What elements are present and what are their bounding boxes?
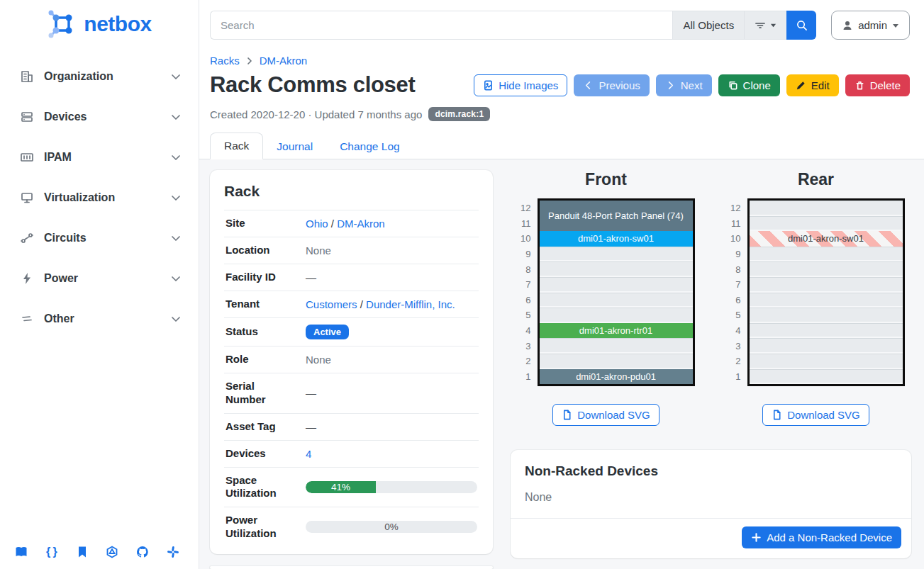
pencil-icon bbox=[796, 80, 806, 91]
unit-number: 5 bbox=[728, 308, 747, 323]
empty-rack-unit[interactable] bbox=[750, 323, 903, 339]
file-download-icon bbox=[772, 410, 782, 420]
site-row: Site Ohio / DM-Akron bbox=[224, 210, 479, 237]
unit-number: 1 bbox=[518, 369, 538, 385]
tenant-link[interactable]: Dunder-Mifflin, Inc. bbox=[366, 298, 455, 310]
netbox-logo-text: netbox bbox=[84, 12, 151, 36]
empty-rack-unit[interactable] bbox=[750, 354, 903, 369]
docs-icon[interactable] bbox=[14, 545, 28, 559]
previous-button[interactable]: Previous bbox=[574, 74, 649, 96]
sidebar-item-circuits[interactable]: Circuits bbox=[16, 224, 186, 252]
unit-number: 9 bbox=[728, 247, 747, 262]
unit-number: 7 bbox=[728, 277, 747, 293]
empty-rack-unit[interactable] bbox=[540, 354, 693, 369]
empty-rack-unit[interactable] bbox=[540, 338, 693, 354]
rack-device[interactable]: dmi01-akron-pdu01 bbox=[540, 369, 693, 385]
rack-grid-front: Panduit 48-Port Patch Panel (74)dmi01-ak… bbox=[538, 198, 695, 386]
tab-rack[interactable]: Rack bbox=[210, 133, 263, 159]
chevron-down-icon bbox=[170, 232, 182, 244]
search-input[interactable] bbox=[210, 11, 672, 40]
sidebar-item-label: Virtualization bbox=[44, 191, 160, 204]
unit-number: 5 bbox=[518, 308, 538, 323]
sidebar-item-other[interactable]: Other bbox=[16, 305, 186, 333]
empty-rack-unit[interactable] bbox=[750, 261, 903, 277]
sidebar-item-power[interactable]: Power bbox=[16, 264, 186, 293]
rear-elevation-title: Rear bbox=[798, 170, 834, 189]
rack-device[interactable]: dmi01-akron-sw01 bbox=[750, 231, 903, 247]
search-button[interactable] bbox=[786, 11, 816, 40]
netbox-logo-icon bbox=[47, 9, 78, 40]
add-non-racked-device-button[interactable]: Add a Non-Racked Device bbox=[742, 526, 901, 548]
tab-content: Rack Site Ohio / DM-Akron Location None … bbox=[199, 159, 924, 569]
front-elevation-title: Front bbox=[585, 170, 627, 189]
delete-button[interactable]: Delete bbox=[845, 74, 910, 96]
rack-device[interactable]: dmi01-akron-sw01 bbox=[540, 231, 693, 247]
lightning-bolt-icon bbox=[20, 271, 34, 286]
empty-rack-unit[interactable] bbox=[750, 293, 903, 308]
role-row: Role None bbox=[224, 346, 479, 373]
community-icon[interactable] bbox=[105, 545, 119, 559]
empty-rack-unit[interactable] bbox=[750, 369, 903, 385]
download-svg-rear-button[interactable]: Download SVG bbox=[762, 404, 869, 426]
unit-number: 11 bbox=[728, 216, 747, 232]
search-filter-dropdown[interactable] bbox=[744, 11, 786, 40]
sidebar-item-organization[interactable]: Organization bbox=[16, 62, 186, 91]
unit-number: 7 bbox=[518, 277, 538, 293]
space-utilization-row: Space Utilization 41% bbox=[224, 467, 479, 507]
site-link[interactable]: DM-Akron bbox=[337, 218, 385, 230]
tab-change-log[interactable]: Change Log bbox=[326, 134, 413, 159]
tenant-group-link[interactable]: Customers bbox=[306, 298, 357, 310]
devices-count-link[interactable]: 4 bbox=[306, 448, 311, 460]
unit-number: 8 bbox=[518, 261, 538, 277]
object-id-badge: dcim.rack:1 bbox=[428, 107, 490, 121]
server-icon bbox=[20, 110, 34, 124]
sidebar-item-devices[interactable]: Devices bbox=[16, 103, 186, 131]
rack-device[interactable]: dmi01-akron-rtr01 bbox=[540, 323, 693, 339]
power-utilization-value: 0% bbox=[306, 521, 477, 533]
empty-rack-unit[interactable] bbox=[540, 277, 693, 293]
filter-icon bbox=[755, 20, 766, 31]
rack-device[interactable]: Panduit 48-Port Patch Panel (74) bbox=[540, 201, 693, 231]
empty-rack-unit[interactable] bbox=[540, 308, 693, 323]
transit-connection-icon bbox=[20, 231, 34, 245]
user-menu[interactable]: admin bbox=[831, 11, 910, 40]
page-title: Rack Comms closet bbox=[210, 72, 416, 98]
empty-rack-unit[interactable] bbox=[750, 216, 903, 232]
github-icon[interactable] bbox=[135, 545, 150, 559]
empty-rack-unit[interactable] bbox=[540, 247, 693, 262]
api-icon[interactable]: { } bbox=[45, 545, 59, 559]
breadcrumb-site-link[interactable]: DM-Akron bbox=[260, 55, 308, 67]
space-utilization-value: 41% bbox=[331, 482, 350, 492]
sidebar-item-ipam[interactable]: IPAM bbox=[16, 143, 186, 171]
breadcrumb-racks-link[interactable]: Racks bbox=[210, 55, 240, 67]
unit-number: 1 bbox=[728, 369, 747, 385]
hide-images-button[interactable]: Hide Images bbox=[474, 74, 567, 96]
next-button[interactable]: Next bbox=[656, 74, 712, 96]
empty-rack-unit[interactable] bbox=[750, 277, 903, 293]
slack-icon[interactable] bbox=[166, 545, 180, 559]
site-region-link[interactable]: Ohio bbox=[306, 218, 328, 230]
unit-number: 8 bbox=[728, 261, 747, 277]
empty-rack-unit[interactable] bbox=[540, 293, 693, 308]
empty-rack-unit[interactable] bbox=[750, 247, 903, 262]
sidebar-item-label: Circuits bbox=[44, 232, 160, 244]
sidebar-item-virtualization[interactable]: Virtualization bbox=[16, 184, 186, 212]
monitor-icon bbox=[20, 191, 34, 205]
empty-rack-unit[interactable] bbox=[750, 201, 903, 216]
empty-rack-unit[interactable] bbox=[540, 261, 693, 277]
asset-tag-row: Asset Tag — bbox=[224, 413, 479, 440]
sidebar-item-label: Devices bbox=[44, 111, 160, 123]
rack-grid-rear: dmi01-akron-sw01 bbox=[747, 198, 905, 386]
edit-button[interactable]: Edit bbox=[786, 74, 839, 96]
download-svg-front-button[interactable]: Download SVG bbox=[552, 404, 659, 426]
netbox-logo[interactable]: netbox bbox=[0, 0, 199, 47]
chevron-down-icon bbox=[170, 71, 182, 82]
bookmark-icon[interactable] bbox=[75, 545, 89, 559]
search-scope-select[interactable]: All Objects bbox=[672, 11, 744, 40]
tab-journal[interactable]: Journal bbox=[263, 134, 326, 159]
clone-button[interactable]: Clone bbox=[718, 74, 780, 96]
empty-rack-unit[interactable] bbox=[750, 338, 903, 354]
chevron-down-icon bbox=[170, 192, 182, 203]
empty-rack-unit[interactable] bbox=[750, 308, 903, 323]
rack-details-panel: Rack Site Ohio / DM-Akron Location None … bbox=[210, 170, 493, 554]
